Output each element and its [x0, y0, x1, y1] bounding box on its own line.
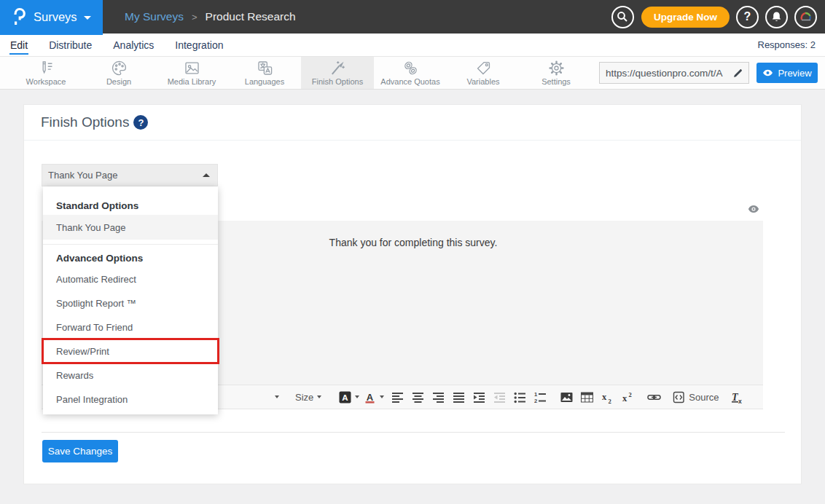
nav-item-media-library[interactable]: Media Library: [155, 57, 228, 89]
align-left-button[interactable]: [391, 385, 404, 409]
preview-button[interactable]: Preview: [756, 63, 818, 83]
svg-text:x: x: [738, 397, 742, 403]
superscript-icon: x2: [622, 391, 634, 403]
align-center-icon: [412, 391, 424, 403]
search-icon: [617, 11, 628, 23]
align-right-button[interactable]: [432, 385, 445, 409]
nav-item-settings[interactable]: Settings: [520, 57, 593, 89]
svg-text:2: 2: [609, 397, 611, 403]
design-icon: [110, 60, 128, 76]
bgcolor-button[interactable]: A: [339, 385, 359, 409]
product-name: Surveys: [34, 10, 77, 24]
breadcrumb: My Surveys > Product Research: [125, 10, 296, 23]
notifications-button[interactable]: [765, 6, 788, 28]
edit-toolbar: WorkspaceDesignMedia LibraryLanguagesFin…: [0, 57, 825, 90]
finish-options-card: Finish Options ? Thank You Page Thank yo…: [23, 104, 802, 484]
pencil-icon: [733, 68, 743, 78]
align-center-button[interactable]: [412, 385, 424, 409]
main-content: Finish Options ? Thank You Page Thank yo…: [0, 90, 825, 484]
remove-format-icon: Tx: [731, 391, 743, 403]
variables-icon: [474, 60, 493, 76]
dropdown-item-rewards[interactable]: Rewards: [43, 363, 218, 387]
workspace-icon: [37, 60, 55, 76]
survey-url-value: https://questionpro.com/t/A: [600, 68, 727, 79]
table-button[interactable]: [581, 385, 593, 409]
divider: [42, 432, 785, 433]
align-left-icon: [391, 391, 404, 403]
numbered-list-button[interactable]: 12: [534, 385, 547, 409]
link-button[interactable]: [647, 385, 661, 409]
editor-text: Thank you for completing this survey.: [329, 237, 498, 385]
nav-item-variables[interactable]: Variables: [447, 57, 520, 89]
bgcolor-icon: A: [339, 391, 351, 403]
dropdown-item-spotlight-report[interactable]: Spotlight Report ™: [43, 291, 218, 315]
bell-icon: [771, 11, 782, 23]
indent-button[interactable]: [473, 385, 485, 409]
tab-analytics[interactable]: Analytics: [112, 35, 155, 55]
size-combo[interactable]: Size: [295, 385, 321, 409]
breadcrumb-current: Product Research: [206, 10, 296, 23]
chevron-down-icon: [355, 395, 359, 398]
nav-item-languages[interactable]: Languages: [228, 57, 301, 89]
breadcrumb-separator: >: [192, 12, 198, 23]
superscript-button[interactable]: x2: [622, 385, 634, 409]
eye-icon: [748, 205, 759, 213]
settings-icon: [547, 60, 566, 76]
remove-format-button[interactable]: Tx: [731, 385, 743, 409]
source-button[interactable]: Source: [673, 385, 719, 409]
nav-item-design[interactable]: Design: [82, 57, 155, 89]
tab-integration[interactable]: Integration: [174, 35, 224, 55]
media-library-icon: [183, 60, 201, 76]
nav-item-advance-quotas[interactable]: Advance Quotas: [374, 57, 447, 89]
align-right-icon: [432, 391, 445, 403]
breadcrumb-parent[interactable]: My Surveys: [125, 10, 184, 23]
table-icon: [581, 391, 593, 403]
dropdown-item-thank-you-page[interactable]: Thank You Page: [43, 215, 218, 240]
dropdown-item-forward-to-friend[interactable]: Forward To Friend: [43, 315, 218, 339]
svg-text:1: 1: [534, 391, 537, 398]
dropdown-group-header: Advanced Options: [43, 248, 218, 267]
dropdown-item-panel-integration[interactable]: Panel Integration: [43, 387, 218, 412]
finish-option-select[interactable]: Thank You Page: [42, 164, 218, 186]
textcolor-button[interactable]: A: [364, 385, 384, 409]
numbered-list-icon: 12: [534, 391, 547, 403]
card-title-row: Finish Options ?: [24, 105, 801, 141]
tabs-container: EditDistributeAnalyticsIntegration: [9, 35, 243, 55]
product-switcher[interactable]: Surveys: [0, 0, 103, 34]
svg-text:x: x: [622, 393, 627, 403]
advance-quotas-icon: [402, 60, 420, 76]
outdent-icon: [493, 391, 506, 403]
survey-url-field[interactable]: https://questionpro.com/t/A: [599, 62, 749, 84]
top-bar: Surveys My Surveys > Product Research Up…: [0, 0, 825, 34]
finish-option-dropdown-menu: Standard OptionsThank You PageAdvanced O…: [43, 186, 218, 414]
bullet-list-icon: [514, 391, 526, 403]
svg-text:A: A: [367, 391, 374, 402]
save-changes-button[interactable]: Save Changes: [42, 440, 118, 462]
nav-toolbar-items: WorkspaceDesignMedia LibraryLanguagesFin…: [9, 57, 593, 89]
svg-text:2: 2: [629, 391, 632, 398]
search-button[interactable]: [611, 6, 634, 28]
title-help-icon[interactable]: ?: [133, 115, 148, 130]
align-justify-button[interactable]: [453, 385, 465, 409]
nav-item-workspace[interactable]: Workspace: [9, 57, 82, 89]
upgrade-now-button[interactable]: Upgrade Now: [641, 7, 730, 28]
tab-distribute[interactable]: Distribute: [48, 35, 93, 55]
image-button[interactable]: [560, 385, 573, 409]
dropdown-item-automatic-redirect[interactable]: Automatic Redirect: [43, 267, 218, 291]
dropdown-divider: [43, 244, 218, 245]
subscript-button[interactable]: x2: [601, 385, 614, 409]
outdent-button[interactable]: [493, 385, 506, 409]
chevron-down-icon: [317, 395, 321, 398]
nav-item-finish-options[interactable]: Finish Options: [301, 57, 374, 89]
dropdown-group-header: Standard Options: [43, 196, 218, 215]
tab-edit[interactable]: Edit: [9, 35, 28, 55]
edit-url-button[interactable]: [727, 63, 748, 83]
account-avatar[interactable]: [794, 6, 817, 28]
indent-icon: [473, 391, 485, 403]
svg-text:x: x: [602, 392, 607, 402]
toggle-visibility-button[interactable]: [748, 203, 759, 216]
align-justify-icon: [453, 391, 465, 403]
bullet-list-button[interactable]: [514, 385, 526, 409]
help-button[interactable]: ?: [736, 6, 759, 28]
svg-text:2: 2: [534, 398, 537, 403]
